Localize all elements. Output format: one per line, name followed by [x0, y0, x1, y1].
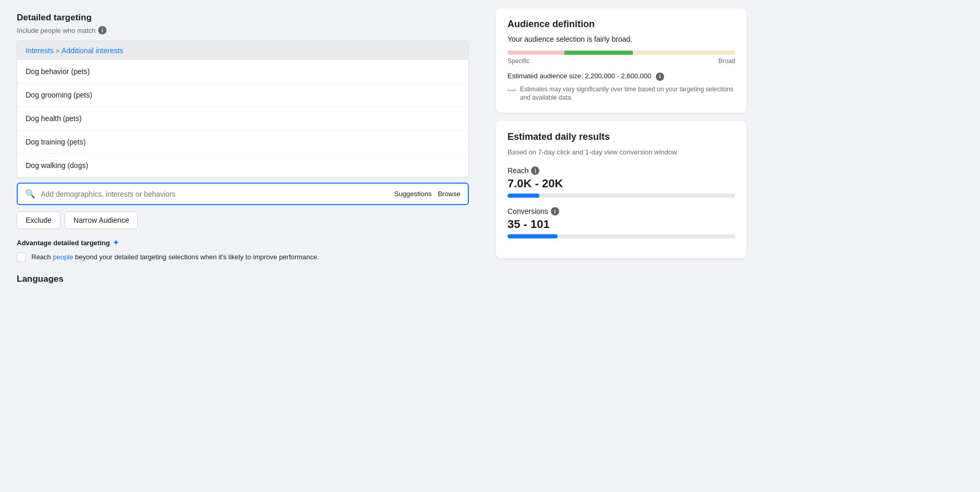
conversions-info-icon[interactable]: i: [551, 207, 559, 215]
conversions-label: Conversions i: [507, 207, 735, 215]
sparkle-icon: ✦: [113, 238, 119, 247]
list-item[interactable]: Dog behavior (pets): [17, 60, 468, 83]
breadcrumb-additional-interests[interactable]: Additional interests: [62, 46, 123, 55]
list-item[interactable]: Dog walking (dogs): [17, 154, 468, 177]
audience-size-text: Estimated audience size: 2,200,000 - 2,6…: [507, 72, 735, 81]
list-item[interactable]: Dog training (pets): [17, 130, 468, 154]
trend-icon: 〰: [507, 86, 516, 97]
daily-results-title: Estimated daily results: [507, 131, 735, 142]
daily-results-subtitle: Based on 7-day click and 1-day view conv…: [507, 148, 735, 157]
spectrum-green: [564, 51, 633, 55]
audience-card-title: Audience definition: [507, 19, 735, 30]
browse-button[interactable]: Browse: [438, 190, 461, 198]
spectrum-pink: [507, 51, 564, 55]
breadcrumb: Interests > Additional interests: [17, 41, 469, 60]
interest-list: Dog behavior (pets) Dog grooming (pets) …: [17, 60, 469, 177]
list-item[interactable]: Dog health (pets): [17, 107, 468, 130]
reach-bar-fill: [507, 194, 539, 198]
audience-definition-card: Audience definition Your audience select…: [496, 8, 747, 113]
advantage-text: Reach people beyond your detailed target…: [31, 252, 319, 262]
breadcrumb-separator: >: [56, 47, 62, 55]
spectrum-labels: Specific Broad: [507, 57, 735, 65]
label-specific: Specific: [507, 57, 529, 65]
conversions-bar-fill: [507, 234, 558, 238]
daily-results-card: Estimated daily results Based on 7-day c…: [496, 121, 747, 258]
search-actions: Suggestions Browse: [394, 190, 461, 198]
reach-info-icon[interactable]: i: [531, 166, 539, 175]
include-info-icon[interactable]: i: [98, 26, 107, 34]
reach-label: Reach i: [507, 166, 735, 175]
reach-bar: [507, 194, 735, 198]
advantage-checkbox[interactable]: [17, 253, 26, 262]
search-box: 🔍 Suggestions Browse: [17, 183, 469, 205]
audience-size-info-icon[interactable]: i: [656, 73, 664, 81]
conversions-bar: [507, 234, 735, 238]
advantage-section: Advantage detailed targeting ✦ Reach peo…: [17, 238, 469, 262]
action-buttons: Exclude Narrow Audience: [17, 211, 469, 229]
right-panel: Audience definition Your audience select…: [486, 0, 757, 492]
reach-value: 7.0K - 20K: [507, 177, 735, 190]
narrow-audience-button[interactable]: Narrow Audience: [65, 211, 138, 229]
exclude-button[interactable]: Exclude: [17, 211, 61, 229]
search-input[interactable]: [41, 190, 389, 198]
suggestions-button[interactable]: Suggestions: [394, 190, 432, 198]
list-item[interactable]: Dog grooming (pets): [17, 83, 468, 107]
languages-title: Languages: [17, 274, 469, 284]
search-icon: 🔍: [25, 189, 36, 199]
reach-section: Reach i 7.0K - 20K: [507, 166, 735, 198]
people-link[interactable]: people: [53, 253, 73, 261]
audience-subtitle: Your audience selection is fairly broad.: [507, 35, 735, 43]
section-title: Detailed targeting: [17, 13, 469, 23]
conversions-section: Conversions i 35 - 101: [507, 207, 735, 238]
spectrum-bar: [507, 51, 735, 55]
estimates-note: 〰 Estimates may vary significantly over …: [507, 85, 735, 103]
languages-section: Languages: [17, 274, 469, 284]
conversions-value: 35 - 101: [507, 218, 735, 231]
section-subtitle: Include people who match i: [17, 26, 469, 34]
spectrum-bar-container: Specific Broad: [507, 51, 735, 65]
advantage-checkbox-row: Reach people beyond your detailed target…: [17, 252, 469, 262]
label-broad: Broad: [718, 57, 735, 65]
breadcrumb-interests[interactable]: Interests: [26, 46, 54, 55]
spectrum-yellow: [633, 51, 735, 55]
advantage-title: Advantage detailed targeting ✦: [17, 238, 469, 247]
